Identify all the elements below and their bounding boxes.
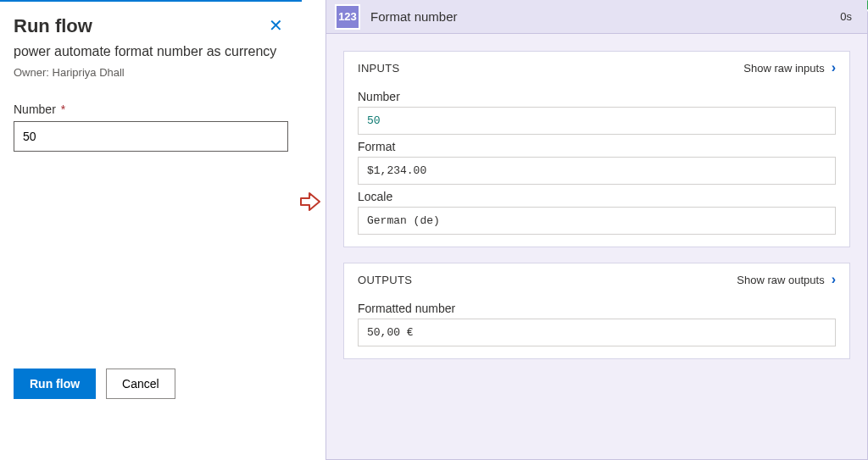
number-label-row: Number * <box>14 103 288 116</box>
outputs-heading: OUTPUTS <box>358 274 412 286</box>
run-flow-button[interactable]: Run flow <box>14 369 96 399</box>
flow-owner: Owner: Haripriya Dhall <box>14 66 288 79</box>
number-label: Number <box>14 103 56 116</box>
action-duration: 0s <box>840 10 852 23</box>
chevron-right-icon: › <box>832 60 836 75</box>
panel-title: Run flow <box>14 15 92 37</box>
show-raw-inputs-link[interactable]: Show raw inputs › <box>743 60 836 75</box>
close-icon[interactable]: ✕ <box>264 15 288 36</box>
show-raw-outputs-label: Show raw outputs <box>737 274 824 286</box>
arrow-icon <box>299 191 321 215</box>
run-flow-panel: Run flow ✕ power automate format number … <box>0 0 302 460</box>
action-title: Format number <box>370 9 458 24</box>
output-formatted-label: Formatted number <box>358 302 836 315</box>
input-number-label: Number <box>358 90 836 103</box>
input-number-value: 50 <box>358 107 836 135</box>
show-raw-outputs-link[interactable]: Show raw outputs › <box>737 272 836 287</box>
input-locale-value: German (de) <box>358 207 836 235</box>
flow-name: power automate format number as currency <box>14 42 288 61</box>
number-input[interactable] <box>14 121 288 152</box>
inputs-card: INPUTS Show raw inputs › Number 50 Forma… <box>343 51 850 247</box>
inputs-heading: INPUTS <box>358 62 399 75</box>
required-asterisk: * <box>61 103 65 116</box>
input-format-label: Format <box>358 140 836 153</box>
cancel-button[interactable]: Cancel <box>106 369 175 399</box>
action-header[interactable]: 123 Format number 0s <box>326 0 867 34</box>
chevron-right-icon: › <box>832 272 836 287</box>
format-number-icon: 123 <box>335 4 360 30</box>
input-locale-label: Locale <box>358 190 836 203</box>
show-raw-inputs-label: Show raw inputs <box>743 62 824 75</box>
input-format-value: $1,234.00 <box>358 157 836 185</box>
outputs-card: OUTPUTS Show raw outputs › Formatted num… <box>343 263 850 359</box>
action-details-panel: ✓ 123 Format number 0s INPUTS Show raw i… <box>326 0 868 460</box>
output-formatted-value: 50,00 € <box>358 319 836 346</box>
